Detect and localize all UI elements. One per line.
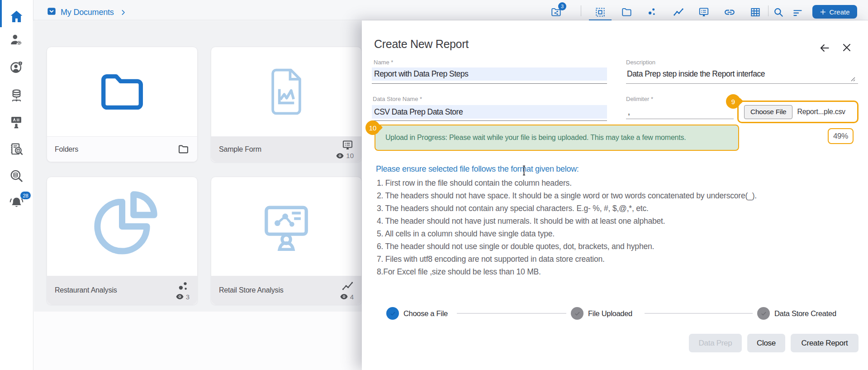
name-label: Name * bbox=[374, 59, 393, 66]
step-choose-file-label: Choose a File bbox=[403, 309, 448, 318]
rule-item: 5. All cells in a column should have sin… bbox=[377, 227, 555, 240]
dashboards-view-icon[interactable] bbox=[594, 6, 606, 18]
create-button-label: Create bbox=[829, 8, 849, 16]
folder-thumbnail-icon bbox=[47, 47, 197, 136]
step-connector bbox=[457, 313, 566, 314]
folder-dropdown-icon[interactable] bbox=[47, 6, 57, 16]
file-upload-field[interactable]: Choose File Report...ple.csv bbox=[737, 101, 859, 123]
chart-type-icon bbox=[342, 280, 354, 293]
upload-progress-alert: Upload in Progress: Please wait while yo… bbox=[375, 125, 739, 151]
rule-item: 3. The headers should not contain any sp… bbox=[377, 202, 649, 215]
eye-icon bbox=[336, 153, 344, 159]
folder-type-icon bbox=[177, 143, 190, 155]
scatter-view-icon[interactable] bbox=[646, 6, 658, 18]
close-icon[interactable] bbox=[841, 42, 852, 53]
form-type-icon bbox=[342, 139, 354, 151]
card-retail-store-analysis[interactable]: Retail Store Analysis 4 bbox=[211, 177, 362, 305]
card-title: Restaurant Analysis bbox=[55, 286, 117, 294]
card-footer: Retail Store Analysis 4 bbox=[211, 276, 361, 304]
card-sample-form[interactable]: Sample Form 10 bbox=[211, 47, 362, 162]
user-settings-icon[interactable] bbox=[9, 32, 24, 48]
modal-title: Create New Report bbox=[374, 38, 469, 51]
step-data-store-created-label: Data Store Created bbox=[774, 309, 836, 318]
card-folders[interactable]: Folders bbox=[47, 47, 198, 162]
name-underline bbox=[372, 83, 607, 84]
rule-item: 4. The header should not have just numer… bbox=[377, 215, 665, 227]
description-underline bbox=[626, 83, 858, 84]
share-count-badge: 3 bbox=[558, 2, 566, 10]
description-label: Description bbox=[626, 59, 655, 66]
datastore-label: Data Store Name * bbox=[373, 96, 422, 102]
card-title: Folders bbox=[55, 145, 78, 154]
rule-item: 8.For Excel file ,size should be less th… bbox=[377, 265, 541, 278]
text-cursor bbox=[521, 165, 527, 176]
forms-view-icon[interactable] bbox=[698, 6, 710, 18]
presentation-thumbnail-icon bbox=[211, 177, 361, 276]
step-data-store-created-circle bbox=[757, 307, 770, 320]
toolbar-divider bbox=[581, 5, 581, 16]
sidebar bbox=[0, 0, 33, 370]
plus-icon bbox=[820, 9, 826, 15]
step-file-uploaded-circle bbox=[571, 307, 583, 320]
create-report-modal: Create New Report Name * Report with Dat… bbox=[362, 20, 868, 370]
top-bar bbox=[33, 0, 868, 20]
delimiter-input[interactable]: , bbox=[628, 107, 630, 117]
card-footer: Sample Form 10 bbox=[211, 136, 361, 162]
search-data-icon[interactable] bbox=[9, 168, 24, 183]
links-view-icon[interactable] bbox=[724, 6, 735, 18]
data-store-icon[interactable] bbox=[9, 87, 24, 103]
close-button[interactable]: Close bbox=[747, 334, 785, 352]
card-footer: Folders bbox=[47, 136, 197, 162]
card-title: Sample Form bbox=[219, 145, 261, 154]
training-board-icon[interactable] bbox=[9, 115, 24, 130]
create-button[interactable]: Create bbox=[812, 5, 857, 19]
account-alert-icon[interactable] bbox=[9, 59, 24, 75]
upload-progress-badge: 49% bbox=[828, 128, 854, 144]
step-file-uploaded-label: File Uploaded bbox=[588, 309, 632, 318]
annotation-badge-9: 9 bbox=[726, 94, 740, 109]
annotation-badge-10: 10 bbox=[365, 120, 380, 135]
charts-view-icon[interactable] bbox=[673, 6, 684, 18]
view-count: 10 bbox=[346, 152, 354, 159]
name-value: Report with Data Prep Steps bbox=[372, 67, 607, 79]
sidebar-active-indicator bbox=[0, 0, 2, 27]
create-report-button[interactable]: Create Report bbox=[791, 334, 859, 352]
breadcrumb[interactable]: My Documents bbox=[61, 8, 114, 17]
datastore-underline bbox=[372, 120, 607, 121]
back-arrow-icon[interactable] bbox=[819, 42, 830, 54]
sidebar-item-home[interactable] bbox=[9, 9, 24, 24]
eye-icon bbox=[340, 293, 348, 300]
search-icon[interactable] bbox=[773, 6, 784, 18]
description-input[interactable]: Data Prep step inside the Report interfa… bbox=[627, 69, 765, 79]
notifications-count-badge: 28 bbox=[20, 192, 31, 199]
rule-item: 6. The header should not use single or d… bbox=[377, 240, 654, 253]
view-count: 3 bbox=[186, 293, 190, 301]
folders-view-icon[interactable] bbox=[621, 6, 633, 18]
scatter-type-icon bbox=[177, 280, 190, 293]
card-title: Retail Store Analysis bbox=[219, 286, 284, 294]
format-note: Please ensure selected file follows the … bbox=[376, 164, 579, 174]
delimiter-label: Delimiter * bbox=[626, 96, 653, 102]
chevron-right-icon bbox=[119, 9, 127, 16]
data-catalog-icon[interactable] bbox=[9, 141, 24, 157]
datasheet-view-icon[interactable] bbox=[749, 6, 761, 18]
share-folder-icon[interactable]: 3 bbox=[550, 6, 562, 18]
choose-file-button[interactable]: Choose File bbox=[744, 105, 792, 119]
card-footer: Restaurant Analysis 3 bbox=[47, 276, 197, 304]
datastore-input[interactable]: CSV Data Prep Data Store bbox=[372, 105, 607, 119]
step-choose-file-circle bbox=[386, 307, 399, 320]
rule-item: 7. Files with utf8 encoding are not supp… bbox=[377, 253, 605, 265]
file-name-text: Report...ple.csv bbox=[797, 108, 845, 116]
delimiter-underline bbox=[626, 119, 734, 119]
toolbar-divider bbox=[768, 5, 768, 16]
resize-handle-icon[interactable] bbox=[849, 76, 856, 82]
rule-item: 1. First row in the file should contain … bbox=[377, 177, 572, 189]
datastore-value: CSV Data Prep Data Store bbox=[372, 105, 607, 117]
data-prep-button[interactable]: Data Prep bbox=[689, 334, 742, 352]
sort-icon[interactable] bbox=[792, 6, 804, 18]
form-thumbnail-icon bbox=[211, 47, 361, 136]
view-count: 4 bbox=[350, 293, 354, 301]
name-input[interactable]: Report with Data Prep Steps bbox=[372, 67, 607, 81]
alert-text: Upload in Progress: Please wait while yo… bbox=[385, 134, 686, 142]
card-restaurant-analysis[interactable]: Restaurant Analysis 3 bbox=[47, 177, 198, 305]
